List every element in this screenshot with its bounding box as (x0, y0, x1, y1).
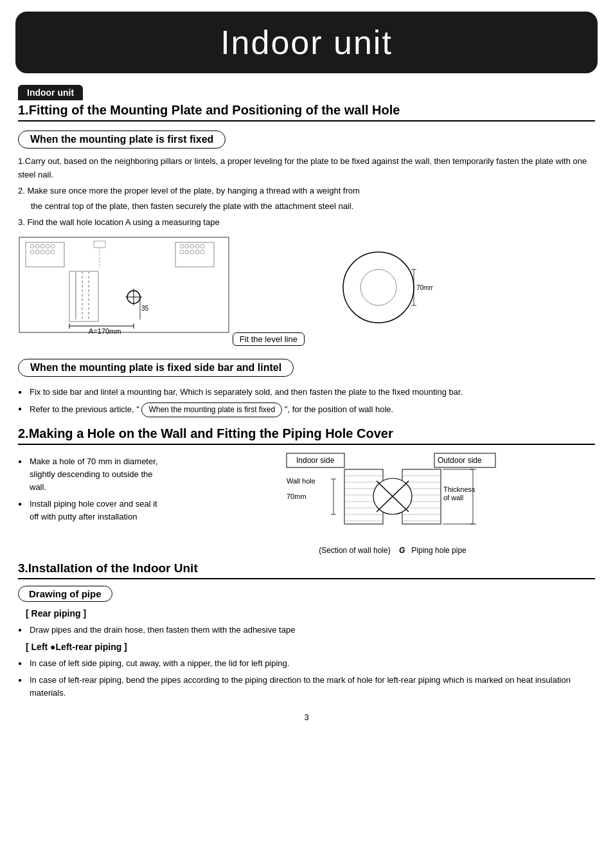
drawing-of-pipe-pill: Drawing of pipe (18, 586, 112, 602)
wall-text-col: Make a hole of 70 mm in diameter, slight… (18, 450, 179, 529)
section1-title: 1.Fitting of the Mounting Plate and Posi… (18, 103, 595, 122)
wall-caption: (Section of wall hole) G Piping hole pip… (319, 546, 466, 555)
mounting-plate-diagram: A=170mm 35 Fit the level line (18, 236, 305, 346)
svg-text:70mm: 70mm (416, 284, 433, 291)
section2-bullets: Make a hole of 70 mm in diameter, slight… (18, 455, 161, 524)
section2-bullet2: Install piping hole cover and seal it of… (18, 498, 161, 523)
inline-reference-pill: When the mounting plate is first fixed (141, 402, 282, 417)
page-number: 3 (0, 712, 613, 722)
page-header: Indoor unit (15, 12, 598, 73)
svg-text:Thickness: Thickness (443, 485, 475, 493)
subsection2-pill: When the mounting plate is fixed side ba… (18, 359, 294, 377)
left-piping-bullets: In case of left side piping, cut away, w… (18, 657, 595, 700)
mounting-svg: A=170mm 35 (18, 236, 230, 342)
wall-cross-svg: Indoor side Outdoor side (283, 450, 502, 543)
subsection2-bullet1: Fix to side bar and lintel a mounting ba… (18, 386, 595, 399)
svg-text:Outdoor side: Outdoor side (438, 456, 482, 465)
svg-text:of wall: of wall (443, 494, 463, 502)
hole-svg: 70mm (324, 242, 433, 332)
step3: 3. Find the wall hole location A using a… (18, 216, 595, 230)
wall-drawing-col: Indoor side Outdoor side (190, 450, 595, 555)
rear-piping-bullets: Draw pipes and the drain hose, then fast… (18, 624, 595, 637)
left-piping-bullet1: In case of left side piping, cut away, w… (18, 657, 595, 670)
subsection2-bullet2: Refer to the previous article, " When th… (18, 402, 595, 417)
step1: 1.Carry out, based on the neighboring pi… (18, 155, 595, 182)
svg-text:70mm: 70mm (287, 493, 306, 500)
level-label: Fit the level line (233, 332, 305, 346)
subsection1-body: 1.Carry out, based on the neighboring pi… (18, 155, 595, 230)
rear-piping-header: [ Rear piping ] (26, 608, 587, 619)
left-piping-header: [ Left ●Left-rear piping ] (26, 642, 587, 652)
svg-text:35: 35 (141, 305, 149, 312)
step2-cont: the central top of the plate, then faste… (31, 200, 595, 213)
rear-piping-text: Draw pipes and the drain hose, then fast… (18, 624, 595, 637)
section3-title: 3.Installation of the Indoor Unit (18, 561, 595, 579)
subsection2-bullets: Fix to side bar and lintel a mounting ba… (18, 386, 595, 417)
section2-bullet1: Make a hole of 70 mm in diameter, slight… (18, 455, 161, 494)
section2-content: Make a hole of 70 mm in diameter, slight… (18, 450, 595, 555)
svg-text:Indoor side: Indoor side (296, 456, 335, 465)
left-piping-bullet2: In case of left-rear piping, bend the pi… (18, 674, 595, 700)
svg-text:A=170mm: A=170mm (89, 327, 121, 335)
subsection1-pill: When the mounting plate is first fixed (18, 131, 226, 149)
svg-point-39 (360, 269, 396, 305)
diagram-row: A=170mm 35 Fit the level line 70mm (18, 236, 595, 346)
section2-title: 2.Making a Hole on the Wall and Fitting … (18, 426, 595, 445)
svg-text:Wall hole: Wall hole (287, 477, 315, 485)
step2: 2. Make sure once more the proper level … (18, 185, 595, 198)
indoor-unit-tab: Indoor unit (18, 85, 83, 100)
hole-diagram: 70mm (324, 242, 433, 334)
svg-point-38 (343, 252, 414, 323)
